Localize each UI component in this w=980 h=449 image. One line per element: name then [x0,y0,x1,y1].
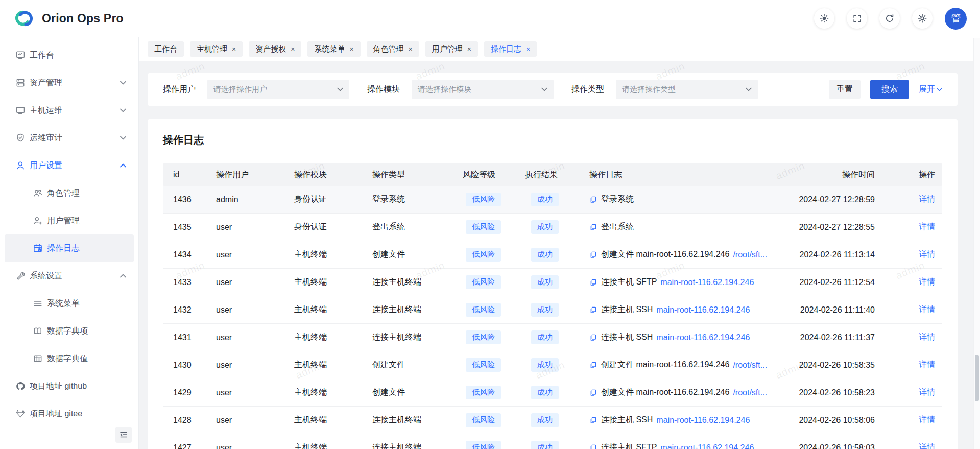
cell-id: 1434 [163,250,216,259]
cell-risk: 低风险 [463,220,525,234]
sidebar-item-dict-item[interactable]: 数据字典项 [0,317,138,345]
log-link[interactable]: main-root-116.62.194.246 [656,305,750,315]
copy-icon[interactable] [589,251,597,259]
sidebar-item-operation-log[interactable]: 操作日志 [5,234,134,262]
servers-icon [15,78,26,88]
close-icon[interactable]: × [291,45,295,53]
tab-role-management[interactable]: 角色管理 × [367,41,419,57]
search-button[interactable]: 搜索 [870,80,909,99]
theme-toggle-button[interactable] [814,8,834,29]
result-badge: 成功 [531,303,559,317]
sidebar-item-ops-audit[interactable]: 运维审计 [0,124,138,152]
sidebar-item-system-settings[interactable]: 系统设置 [0,262,138,290]
detail-link[interactable]: 详情 [919,305,935,314]
sidebar-item-dict-value[interactable]: 数据字典值 [0,345,138,372]
copy-icon[interactable] [589,306,597,314]
sidebar-item-gitee[interactable]: 项目地址 gitee [0,400,138,428]
close-icon[interactable]: × [409,45,413,53]
cell-result: 成功 [525,220,589,234]
log-link[interactable]: main-root-116.62.194.246 [656,416,750,425]
cell-id: 1435 [163,223,216,232]
sidebar-item-user-settings[interactable]: 用户设置 [0,152,138,179]
detail-link[interactable]: 详情 [919,195,935,203]
cell-id: 1428 [163,416,216,425]
tab-asset-auth[interactable]: 资产授权 × [249,41,301,57]
sidebar-item-label: 资产管理 [30,78,62,88]
copy-icon[interactable] [589,196,597,204]
sidebar-item-role-management[interactable]: 角色管理 [0,179,138,207]
chevron-down-icon [541,87,547,91]
risk-badge: 低风险 [466,275,501,289]
detail-link[interactable]: 详情 [919,333,935,341]
filter-select-type[interactable]: 请选择操作类型 [616,80,758,99]
detail-link[interactable]: 详情 [919,250,935,258]
scrollbar-thumb[interactable] [975,355,979,401]
detail-link[interactable]: 详情 [919,360,935,369]
close-icon[interactable]: × [349,45,353,53]
app-title: Orion Ops Pro [42,12,124,26]
screen: Orion Ops Pro [0,0,980,449]
cell-log: 登出系统 [589,222,767,232]
tab-host-management[interactable]: 主机管理 × [190,41,243,57]
copy-icon[interactable] [589,278,597,287]
log-link[interactable]: /root/sft... [733,361,767,370]
copy-icon[interactable] [589,389,597,397]
cell-action: 详情 [875,415,942,426]
risk-badge: 低风险 [466,303,501,317]
detail-link[interactable]: 详情 [919,415,935,424]
fullscreen-button[interactable] [847,8,867,29]
copy-icon[interactable] [589,444,597,449]
close-icon[interactable]: × [526,45,530,53]
cell-module: 身份认证 [294,194,372,205]
log-link[interactable]: main-root-116.62.194.246 [660,443,754,449]
copy-icon[interactable] [589,361,597,369]
reset-button[interactable]: 重置 [829,80,861,99]
sidebar-item-label: 用户管理 [47,216,80,226]
column-header: 风险等级 [463,170,525,180]
log-link[interactable]: /root/sft... [733,388,767,397]
copy-icon[interactable] [589,223,597,231]
sidebar-item-github[interactable]: 项目地址 github [0,372,138,400]
log-link[interactable]: main-root-116.62.194.246 [660,278,754,287]
risk-badge: 低风险 [466,330,501,344]
copy-icon[interactable] [589,416,597,424]
refresh-button[interactable] [879,8,900,29]
sidebar-item-user-management[interactable]: 用户管理 [0,207,138,234]
cell-action: 详情 [875,360,942,370]
cell-result: 成功 [525,275,589,289]
sidebar-item-label: 主机运维 [30,105,62,116]
filter-select-user[interactable]: 请选择操作用户 [207,80,349,99]
log-text: 登录系统 [601,194,634,205]
settings-button[interactable] [912,8,933,29]
expand-label: 展开 [919,84,935,95]
sidebar-item-system-menu[interactable]: 系统菜单 [0,290,138,317]
sidebar-item-label: 项目地址 github [30,381,87,392]
expand-toggle[interactable]: 展开 [919,84,942,95]
sidebar-item-host-ops[interactable]: 主机运维 [0,97,138,124]
tab-user-management[interactable]: 用户管理 × [425,41,478,57]
sidebar-collapse-button[interactable] [115,427,132,443]
detail-link[interactable]: 详情 [919,222,935,231]
sidebar-item-label: 用户设置 [30,160,62,171]
close-icon[interactable]: × [232,45,236,53]
tab-system-menu[interactable]: 系统菜单 × [307,41,360,57]
result-badge: 成功 [531,220,559,234]
cell-type: 登录系统 [372,194,463,205]
detail-link[interactable]: 详情 [919,443,935,449]
cell-user: user [216,333,294,342]
table-row: 1435 user 身份认证 登出系统 低风险 成功 登出系统 2024-02-… [163,214,942,241]
page-scrollbar[interactable] [973,38,980,449]
tab-workbench[interactable]: 工作台 [148,41,184,57]
detail-link[interactable]: 详情 [919,277,935,286]
log-link[interactable]: /root/sft... [733,250,767,259]
avatar[interactable]: 管 [945,8,967,30]
sidebar-item-workbench[interactable]: 工作台 [0,41,138,69]
close-icon[interactable]: × [467,45,471,53]
log-link[interactable]: main-root-116.62.194.246 [656,333,750,342]
copy-icon[interactable] [589,334,597,342]
tab-operation-log[interactable]: 操作日志 × [484,41,537,57]
sidebar-item-asset-management[interactable]: 资产管理 [0,69,138,97]
detail-link[interactable]: 详情 [919,388,935,396]
filter-select-module[interactable]: 请选择操作模块 [412,80,554,99]
risk-badge: 低风险 [466,413,501,427]
